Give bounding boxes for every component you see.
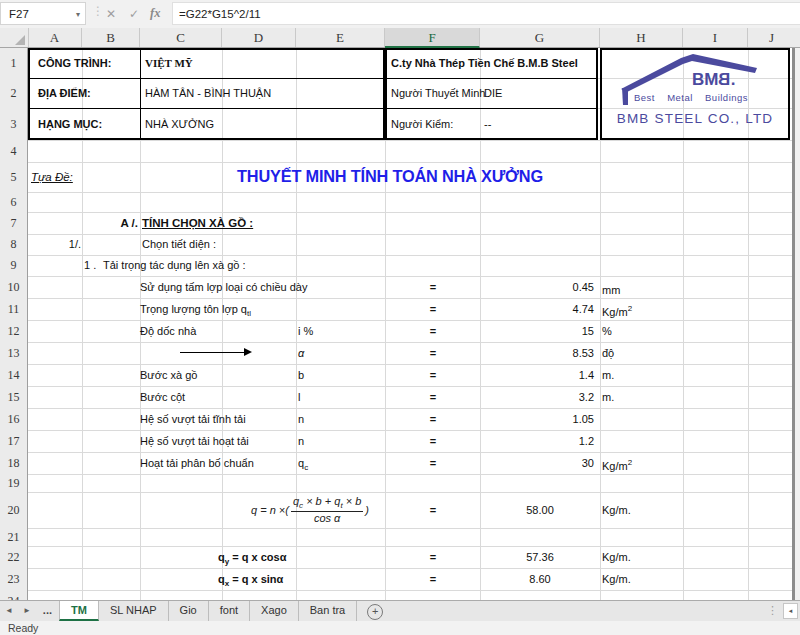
- column-header-e[interactable]: E: [296, 28, 385, 47]
- row-header-10[interactable]: 10: [0, 276, 28, 298]
- cell-param-label-16[interactable]: Hệ số vượt tải tĩnh tải: [140, 408, 246, 430]
- cell-item-value[interactable]: NHÀ XƯỞNG: [145, 108, 214, 140]
- row-header-15[interactable]: 15: [0, 386, 28, 408]
- tab-splitter-icon[interactable]: ⋮: [762, 601, 783, 621]
- cell-equals-17[interactable]: =: [420, 430, 446, 452]
- column-header-d[interactable]: D: [222, 28, 296, 47]
- cell-equals-11[interactable]: =: [420, 298, 446, 320]
- row-header-5[interactable]: 5: [0, 162, 28, 192]
- row-header-16[interactable]: 16: [0, 408, 28, 430]
- cell-unit-22[interactable]: Kg/m.: [602, 546, 631, 568]
- cell-value-16[interactable]: 1.05: [480, 408, 594, 430]
- cell-unit-10[interactable]: mm: [602, 276, 620, 301]
- cell-equals-18[interactable]: =: [420, 452, 446, 474]
- row-header-6[interactable]: 6: [0, 192, 28, 212]
- column-header-b[interactable]: B: [82, 28, 140, 47]
- row-header-22[interactable]: 22: [0, 546, 28, 568]
- cell-value-15[interactable]: 3.2: [480, 386, 594, 408]
- column-header-h[interactable]: H: [600, 28, 683, 47]
- tab-gio[interactable]: Gio: [169, 601, 209, 621]
- row-header-7[interactable]: 7: [0, 212, 28, 234]
- cell-unit-11[interactable]: Kg/m2: [602, 298, 632, 323]
- row-header-11[interactable]: 11: [0, 298, 28, 320]
- cell-symbol-18[interactable]: qc: [298, 452, 308, 479]
- tab-font[interactable]: font: [209, 601, 250, 621]
- row-header-12[interactable]: 12: [0, 320, 28, 342]
- cell-equals-12[interactable]: =: [420, 320, 446, 342]
- cell-unit-23[interactable]: Kg/m.: [602, 568, 631, 590]
- cell-equals-13[interactable]: =: [420, 342, 446, 364]
- row-header-2[interactable]: 2: [0, 78, 28, 108]
- cell-unit-20[interactable]: Kg/m.: [602, 492, 631, 528]
- cell-value-10[interactable]: 0.45: [480, 276, 594, 298]
- cell-value-11[interactable]: 4.74: [480, 298, 594, 320]
- tab-scroll-left-icon[interactable]: ◄: [0, 601, 18, 621]
- row-header-24[interactable]: 24: [0, 590, 28, 600]
- enter-icon[interactable]: ✓: [129, 0, 139, 28]
- cell-value-14[interactable]: 1.4: [480, 364, 594, 386]
- add-sheet-button[interactable]: +: [367, 604, 383, 620]
- cell-param-label-12[interactable]: Độ dốc nhà: [140, 320, 196, 342]
- cell-param-label-15[interactable]: Bước cột: [140, 386, 185, 408]
- cell-symbol-15[interactable]: l: [298, 386, 300, 408]
- row-header-19[interactable]: 19: [0, 474, 28, 492]
- cell-value-20[interactable]: 58.00: [480, 492, 600, 528]
- cell-author-label[interactable]: Người Thuyết Minh: [391, 78, 485, 108]
- cell-value-12[interactable]: 15: [480, 320, 594, 342]
- row-header-21[interactable]: 21: [0, 528, 28, 546]
- row-header-4[interactable]: 4: [0, 140, 28, 162]
- column-header-g[interactable]: G: [480, 28, 600, 47]
- cell-equals-15[interactable]: =: [420, 386, 446, 408]
- cell-param-label-17[interactable]: Hệ số vượt tải hoạt tải: [140, 430, 249, 452]
- cell-sub1-text[interactable]: Chọn tiết diện :: [142, 234, 216, 255]
- row-header-18[interactable]: 18: [0, 452, 28, 474]
- row-header-17[interactable]: 17: [0, 430, 28, 452]
- cell-unit-12[interactable]: %: [602, 320, 612, 342]
- column-header-i[interactable]: I: [683, 28, 748, 47]
- tab-sl-nhap[interactable]: SL NHAP: [99, 601, 169, 621]
- row-header-3[interactable]: 3: [0, 108, 28, 140]
- cell-document-title[interactable]: THUYẾT MINH TÍNH TOÁN NHÀ XƯỞNG: [229, 162, 552, 192]
- tab-overflow[interactable]: ...: [36, 601, 59, 621]
- cell-symbol-14[interactable]: b: [298, 364, 304, 386]
- cell-value-23[interactable]: 8.60: [480, 568, 600, 590]
- cell-section-a-index[interactable]: A /.: [28, 212, 138, 234]
- tab-tm[interactable]: TM: [59, 601, 99, 621]
- row-header-20[interactable]: 20: [0, 492, 28, 528]
- cell-param-label-14[interactable]: Bước xà gồ: [140, 364, 197, 386]
- cell-section-a-heading[interactable]: TÍNH CHỌN XÀ GỒ :: [142, 212, 253, 234]
- cell-unit-14[interactable]: m.: [602, 364, 614, 386]
- cell-equals-22[interactable]: =: [420, 546, 446, 568]
- cell-value-22[interactable]: 57.36: [480, 546, 600, 568]
- cell-project-label[interactable]: CÔNG TRÌNH:: [38, 48, 111, 78]
- column-header-j[interactable]: J: [748, 28, 795, 47]
- cell-param-label-18[interactable]: Hoạt tải phân bố chuẩn: [140, 452, 254, 474]
- cell-company-name[interactable]: C.ty Nhà Thép Tiền Chế B.M.B Steel: [391, 48, 578, 78]
- cell-unit-15[interactable]: m.: [602, 386, 614, 408]
- cell-symbol-12[interactable]: i %: [298, 320, 313, 342]
- row-header-8[interactable]: 8: [0, 234, 28, 255]
- column-header-f-selected[interactable]: F: [385, 28, 480, 48]
- select-all-corner[interactable]: [0, 28, 29, 47]
- cell-title-label[interactable]: Tựa Đề:: [31, 162, 73, 192]
- cell-sub2-text[interactable]: Tải trọng tác dụng lên xà gồ :: [103, 255, 245, 276]
- row-header-14[interactable]: 14: [0, 364, 28, 386]
- cell-symbol-17[interactable]: n: [298, 430, 304, 452]
- formula-input[interactable]: =G22*G15^2/11: [172, 2, 800, 25]
- cell-value-17[interactable]: 1.2: [480, 430, 594, 452]
- cell-result-qx-expr[interactable]: qx = q x sinα: [218, 568, 283, 595]
- cell-equals-20[interactable]: =: [420, 492, 446, 528]
- cell-item-label[interactable]: HẠNG MỤC:: [38, 108, 102, 140]
- cell-unit-18[interactable]: Kg/m2: [602, 452, 632, 477]
- cell-checker-label[interactable]: Người Kiểm:: [391, 108, 453, 140]
- cell-sub2-index[interactable]: 1 .: [84, 255, 96, 276]
- tab-xago[interactable]: Xago: [250, 601, 299, 621]
- row-header-23[interactable]: 23: [0, 568, 28, 590]
- name-box[interactable]: F27 ▾: [0, 2, 86, 25]
- insert-function-icon[interactable]: fx: [150, 0, 160, 28]
- cell-value-13[interactable]: 8.53: [480, 342, 594, 364]
- row-header-1[interactable]: 1: [0, 48, 28, 78]
- cell-value-18[interactable]: 30: [480, 452, 594, 474]
- cell-author-value[interactable]: DIE: [484, 78, 502, 108]
- cell-project-value[interactable]: VIỆT MỸ: [145, 48, 193, 78]
